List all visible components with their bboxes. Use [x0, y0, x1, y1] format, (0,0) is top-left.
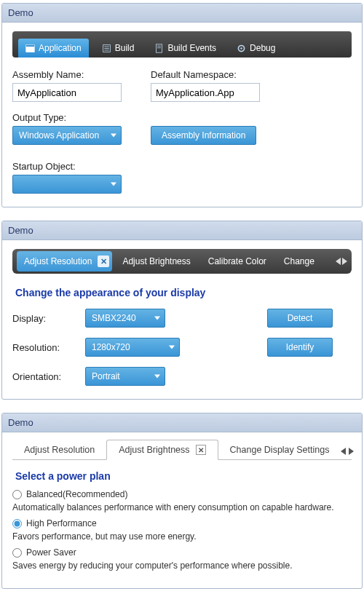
scroll-right-icon[interactable] — [342, 258, 347, 265]
tab-label: Adjust Resolution — [24, 256, 92, 266]
panel-body: Adjust Resolution ✕ Adjust Brightness Ca… — [2, 240, 362, 399]
orientation-label: Orientation: — [12, 371, 71, 382]
tab-change[interactable]: Change — [277, 249, 322, 274]
chevron-down-icon — [111, 134, 116, 138]
tab-label: Build — [115, 43, 135, 53]
section-heading: Select a power plan — [15, 470, 352, 482]
radio-high-performance[interactable] — [12, 519, 22, 528]
startup-object-label: Startup Object: — [12, 161, 122, 172]
panel-title: Demo — [2, 413, 362, 432]
chevron-down-icon — [169, 346, 175, 349]
radio-power-saver[interactable] — [12, 548, 22, 558]
panel-body: Adjust Resolution Adjust Brightness ✕ Ch… — [2, 432, 362, 588]
tab-scroll — [336, 258, 347, 265]
tab-bar: Adjust Resolution ✕ Adjust Brightness Ca… — [12, 249, 352, 274]
tab-build-events[interactable]: Build Events — [147, 39, 223, 58]
chevron-down-icon — [154, 317, 160, 320]
svg-point-10 — [240, 47, 242, 49]
panel-application: Demo Application Build Build Events Debu… — [1, 3, 363, 207]
scroll-left-icon[interactable] — [336, 258, 341, 265]
tab-change-display-settings[interactable]: Change Display Settings — [218, 440, 341, 459]
assembly-information-button[interactable]: Assembly Information — [151, 126, 256, 145]
svg-rect-6 — [157, 44, 162, 52]
output-type-select[interactable]: Windows Application — [12, 126, 122, 145]
radio-desc: Saves energy by reducing your computer's… — [12, 561, 352, 571]
tab-bar: Adjust Resolution Adjust Brightness ✕ Ch… — [12, 437, 352, 460]
select-value: Portrait — [92, 371, 120, 381]
assembly-name-input[interactable] — [12, 83, 122, 102]
scroll-right-icon[interactable] — [349, 448, 354, 455]
doc-icon — [154, 44, 164, 53]
tab-debug[interactable]: Debug — [229, 39, 282, 58]
startup-object-select[interactable] — [12, 175, 122, 194]
radio-label: Balanced(Recommended) — [26, 489, 127, 499]
tab-label: Change — [284, 256, 314, 266]
radio-desc: Favors performance, but may use more ene… — [12, 531, 352, 542]
tab-label: Change Display Settings — [230, 445, 330, 455]
radio-desc: Automatically balances performance with … — [12, 502, 352, 512]
default-namespace-label: Default Namespace: — [151, 69, 260, 80]
radio-balanced[interactable] — [12, 490, 22, 499]
radio-label: High Performance — [26, 518, 97, 528]
tab-label: Build Events — [167, 43, 216, 53]
tab-adjust-brightness[interactable]: Adjust Brightness ✕ — [106, 440, 218, 460]
gear-icon — [237, 44, 246, 53]
panel-power: Demo Adjust Resolution Adjust Brightness… — [1, 413, 363, 589]
select-value: SMBX2240 — [92, 313, 136, 323]
tab-bar: Application Build Build Events Debug — [12, 31, 352, 58]
tab-adjust-brightness[interactable]: Adjust Brightness — [115, 249, 197, 274]
radio-label: Power Saver — [26, 547, 76, 558]
resolution-label: Resolution: — [12, 342, 71, 353]
display-select[interactable]: SMBX2240 — [85, 309, 165, 328]
tab-label: Application — [39, 43, 82, 53]
orientation-select[interactable]: Portrait — [85, 367, 165, 386]
panel-display: Demo Adjust Resolution ✕ Adjust Brightne… — [1, 221, 363, 400]
tab-calibrate-color[interactable]: Calibrate Color — [201, 249, 274, 274]
list-icon — [102, 44, 111, 53]
tab-adjust-resolution[interactable]: Adjust Resolution — [12, 440, 106, 459]
resolution-select[interactable]: 1280x720 — [85, 338, 180, 357]
tab-scroll — [341, 448, 357, 459]
scroll-left-icon[interactable] — [341, 448, 346, 455]
output-type-label: Output Type: — [12, 112, 122, 123]
assembly-name-label: Assembly Name: — [12, 69, 122, 80]
select-value: 1280x720 — [92, 342, 130, 352]
tab-build[interactable]: Build — [95, 39, 142, 58]
section-heading: Change the appearance of your display — [15, 287, 352, 298]
chevron-down-icon — [154, 375, 160, 379]
tab-label: Adjust Brightness — [119, 445, 189, 455]
display-label: Display: — [12, 313, 71, 324]
detect-button[interactable]: Detect — [267, 309, 333, 328]
panel-title: Demo — [2, 4, 362, 23]
tab-label: Adjust Resolution — [24, 445, 95, 455]
tab-label: Debug — [250, 43, 275, 53]
tab-adjust-resolution[interactable]: Adjust Resolution ✕ — [17, 251, 112, 272]
svg-rect-1 — [26, 44, 34, 46]
tab-application[interactable]: Application — [18, 39, 89, 58]
close-icon[interactable]: ✕ — [196, 445, 206, 455]
default-namespace-input[interactable] — [151, 83, 260, 102]
tab-label: Calibrate Color — [208, 256, 266, 266]
tab-label: Adjust Brightness — [122, 256, 190, 266]
panel-title: Demo — [2, 221, 362, 240]
window-icon — [25, 44, 35, 53]
select-value: Windows Application — [19, 130, 99, 140]
close-icon[interactable]: ✕ — [98, 256, 109, 267]
identify-button[interactable]: Identify — [267, 338, 333, 357]
panel-body: Application Build Build Events Debug Ass… — [2, 23, 362, 207]
chevron-down-icon — [111, 183, 116, 186]
